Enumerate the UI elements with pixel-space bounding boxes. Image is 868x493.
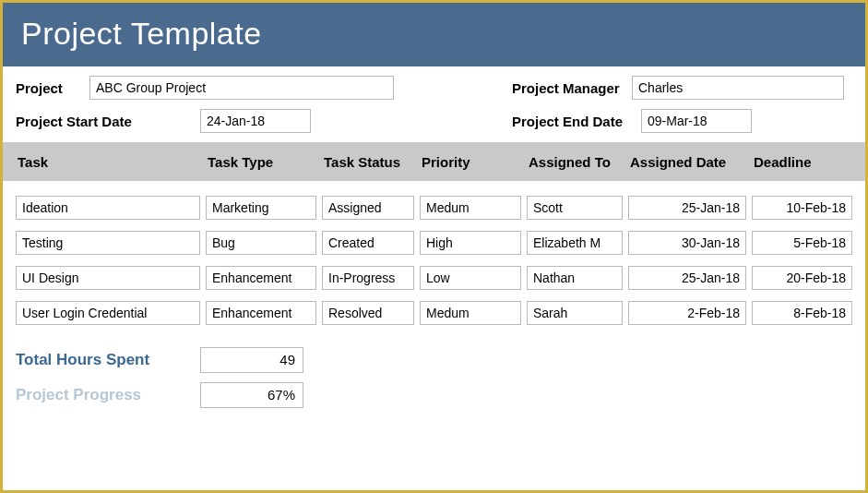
cell-assigned-to[interactable]: Sarah — [527, 301, 623, 325]
project-template-frame: Project Template Project ABC Group Proje… — [0, 0, 868, 493]
start-date-input[interactable]: 24-Jan-18 — [200, 109, 311, 133]
table-row: Testing Bug Created High Elizabeth M 30-… — [3, 225, 865, 260]
page-title: Project Template — [3, 3, 865, 66]
cell-type[interactable]: Marketing — [206, 196, 316, 220]
cell-assigned-to[interactable]: Elizabeth M — [527, 231, 623, 255]
col-header-deadline: Deadline — [752, 154, 858, 170]
col-header-priority: Priority — [420, 154, 527, 170]
project-label: Project — [16, 80, 89, 96]
project-meta: Project ABC Group Project Project Manage… — [3, 66, 865, 142]
project-input[interactable]: ABC Group Project — [89, 76, 394, 100]
cell-status[interactable]: Assigned — [322, 196, 414, 220]
cell-status[interactable]: In-Progress — [322, 266, 414, 290]
task-grid: Task Task Type Task Status Priority Assi… — [3, 142, 865, 331]
table-row: UI Design Enhancement In-Progress Low Na… — [3, 260, 865, 295]
cell-type[interactable]: Enhancement — [206, 301, 316, 325]
col-header-status: Task Status — [322, 154, 420, 170]
summary-block: Total Hours Spent 49 Project Progress 67… — [3, 331, 865, 417]
meta-row-project: Project ABC Group Project Project Manage… — [16, 76, 852, 100]
manager-input[interactable]: Charles — [632, 76, 844, 100]
manager-label: Project Manager — [512, 80, 632, 96]
progress-label: Project Progress — [16, 386, 200, 404]
col-header-task: Task — [16, 154, 206, 170]
cell-deadline[interactable]: 10-Feb-18 — [752, 196, 852, 220]
total-hours-label: Total Hours Spent — [16, 351, 200, 369]
col-header-type: Task Type — [206, 154, 322, 170]
cell-assigned-date[interactable]: 2-Feb-18 — [628, 301, 746, 325]
cell-type[interactable]: Bug — [206, 231, 316, 255]
cell-assigned-to[interactable]: Nathan — [527, 266, 623, 290]
meta-row-dates: Project Start Date 24-Jan-18 Project End… — [16, 109, 852, 133]
cell-deadline[interactable]: 8-Feb-18 — [752, 301, 852, 325]
table-row: Ideation Marketing Assigned Medum Scott … — [3, 190, 865, 225]
cell-task[interactable]: Testing — [16, 231, 200, 255]
progress-value[interactable]: 67% — [200, 382, 303, 408]
summary-row-hours: Total Hours Spent 49 — [16, 347, 852, 373]
cell-task[interactable]: Ideation — [16, 196, 200, 220]
col-header-assigned-to: Assigned To — [527, 154, 628, 170]
end-date-input[interactable]: 09-Mar-18 — [641, 109, 752, 133]
col-header-assigned-date: Assigned Date — [628, 154, 752, 170]
cell-status[interactable]: Resolved — [322, 301, 414, 325]
cell-assigned-date[interactable]: 30-Jan-18 — [628, 231, 746, 255]
cell-priority[interactable]: Medum — [420, 301, 521, 325]
cell-assigned-to[interactable]: Scott — [527, 196, 623, 220]
end-date-label: Project End Date — [512, 114, 641, 129]
cell-task[interactable]: User Login Credential — [16, 301, 200, 325]
grid-header-row: Task Task Type Task Status Priority Assi… — [3, 142, 865, 181]
cell-priority[interactable]: High — [420, 231, 521, 255]
cell-priority[interactable]: Low — [420, 266, 521, 290]
cell-assigned-date[interactable]: 25-Jan-18 — [628, 196, 746, 220]
grid-body: Ideation Marketing Assigned Medum Scott … — [3, 181, 865, 331]
cell-deadline[interactable]: 20-Feb-18 — [752, 266, 852, 290]
cell-deadline[interactable]: 5-Feb-18 — [752, 231, 852, 255]
table-row: User Login Credential Enhancement Resolv… — [3, 295, 865, 331]
cell-type[interactable]: Enhancement — [206, 266, 316, 290]
cell-status[interactable]: Created — [322, 231, 414, 255]
summary-row-progress: Project Progress 67% — [16, 382, 852, 408]
cell-priority[interactable]: Medum — [420, 196, 521, 220]
cell-assigned-date[interactable]: 25-Jan-18 — [628, 266, 746, 290]
cell-task[interactable]: UI Design — [16, 266, 200, 290]
start-date-label: Project Start Date — [16, 114, 200, 129]
total-hours-value[interactable]: 49 — [200, 347, 303, 373]
